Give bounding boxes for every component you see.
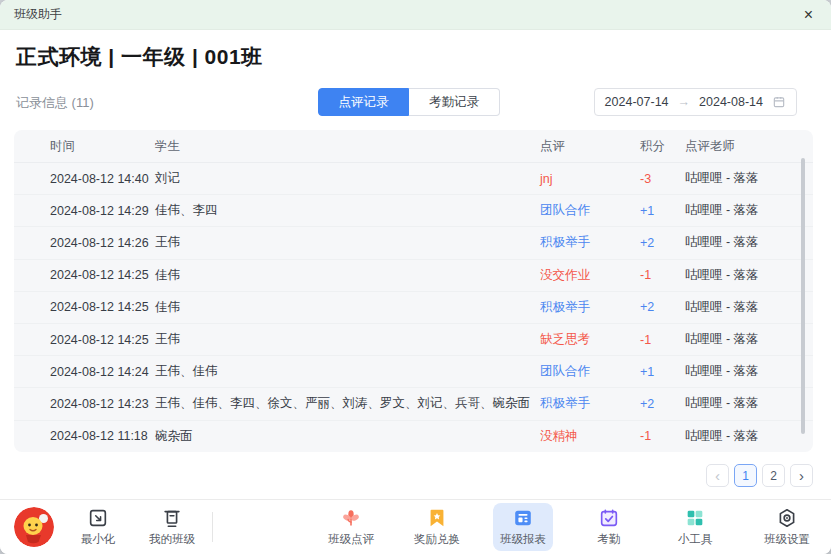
table-header: 时间学生点评积分点评老师	[14, 130, 813, 163]
row-students: 佳伟	[155, 299, 540, 316]
row-comment: 积极举手	[540, 234, 640, 251]
dock-item-label: 小工具	[678, 532, 713, 547]
table-body: 2024-08-12 14:40刘记jnj-3咕哩哩 - 落落2024-08-1…	[14, 163, 813, 452]
titlebar: 班级助手 ×	[0, 0, 831, 30]
bottom-dock: 最小化我的班级 班级点评奖励兑换班级报表考勤小工具 班级设置	[0, 499, 831, 554]
row-teacher: 咕哩哩 - 落落	[685, 267, 813, 284]
row-time: 2024-08-12 14:40	[50, 172, 155, 186]
row-comment: 没交作业	[540, 267, 640, 284]
dock-item-label: 我的班级	[149, 532, 195, 547]
pagination: ‹12›	[18, 464, 813, 487]
row-students: 王伟、佳伟	[155, 363, 540, 380]
dock-item-attendance[interactable]: 考勤	[579, 503, 639, 551]
header: 正式环境 | 一年级 | 001班	[0, 43, 831, 71]
column-header: 学生	[155, 138, 540, 155]
row-students: 王伟、佳伟、李四、徐文、严丽、刘涛、罗文、刘记、兵哥、碗杂面	[155, 395, 540, 412]
reward-bookmark-icon	[426, 506, 448, 530]
dock-item-label: 班级点评	[328, 532, 374, 547]
tab-attendance-records[interactable]: 考勤记录	[409, 88, 500, 116]
my-class-icon	[161, 506, 183, 530]
date-range-arrow: →	[678, 95, 691, 109]
date-end-value[interactable]: 2024-08-14	[699, 95, 763, 109]
column-header: 时间	[50, 138, 155, 155]
row-time: 2024-08-12 14:23	[50, 397, 155, 411]
pagination-page-2[interactable]: 2	[762, 464, 785, 487]
pagination-next-button[interactable]: ›	[790, 464, 813, 487]
row-comment: 团队合作	[540, 363, 640, 380]
row-points: -1	[640, 268, 685, 282]
row-teacher: 咕哩哩 - 落落	[685, 331, 813, 348]
report-icon	[512, 506, 534, 530]
dock-item-label: 最小化	[81, 532, 116, 547]
row-points: +1	[640, 204, 685, 218]
table-row: 2024-08-12 14:29佳伟、李四团队合作+1咕哩哩 - 落落	[14, 195, 813, 227]
row-teacher: 咕哩哩 - 落落	[685, 395, 813, 412]
window-title: 班级助手	[14, 6, 62, 23]
row-students: 碗杂面	[155, 428, 540, 445]
date-start-value[interactable]: 2024-07-14	[605, 95, 669, 109]
pagination-page-1[interactable]: 1	[734, 464, 757, 487]
row-students: 佳伟、李四	[155, 202, 540, 219]
row-teacher: 咕哩哩 - 落落	[685, 363, 813, 380]
pagination-prev-button[interactable]: ‹	[706, 464, 729, 487]
table-row: 2024-08-12 14:23王伟、佳伟、李四、徐文、严丽、刘涛、罗文、刘记、…	[14, 388, 813, 420]
class-assistant-window: 班级助手 × 正式环境 | 一年级 | 001班 记录信息 (11) 点评记录考…	[0, 0, 831, 554]
table-row: 2024-08-12 14:26王伟积极举手+2咕哩哩 - 落落	[14, 227, 813, 259]
dock-item-my-class[interactable]: 我的班级	[142, 503, 202, 551]
row-teacher: 咕哩哩 - 落落	[685, 202, 813, 219]
row-points: +2	[640, 236, 685, 250]
page-title: 正式环境 | 一年级 | 001班	[16, 43, 815, 71]
row-time: 2024-08-12 14:25	[50, 268, 155, 282]
dock-item-minimize[interactable]: 最小化	[68, 503, 128, 551]
column-header: 积分	[640, 138, 685, 155]
row-time: 2024-08-12 14:25	[50, 300, 155, 314]
row-teacher: 咕哩哩 - 落落	[685, 299, 813, 316]
row-teacher: 咕哩哩 - 落落	[685, 234, 813, 251]
row-comment: 团队合作	[540, 202, 640, 219]
row-comment: 没精神	[540, 428, 640, 445]
scrollbar-thumb[interactable]	[801, 158, 805, 434]
minimize-icon	[87, 506, 109, 530]
close-icon[interactable]: ×	[800, 5, 817, 25]
row-points: +2	[640, 397, 685, 411]
dock-item-label: 班级报表	[500, 532, 546, 547]
row-points: -3	[640, 172, 685, 186]
table-row: 2024-08-12 14:25佳伟没交作业-1咕哩哩 - 落落	[14, 260, 813, 292]
dock-item-class-report[interactable]: 班级报表	[493, 503, 553, 551]
row-comment: jnj	[540, 172, 640, 186]
row-students: 佳伟	[155, 267, 540, 284]
date-range-picker[interactable]: 2024-07-14 → 2024-08-14	[594, 88, 797, 116]
mascot-avatar[interactable]	[14, 507, 54, 547]
row-comment: 积极举手	[540, 395, 640, 412]
row-points: +2	[640, 300, 685, 314]
row-teacher: 咕哩哩 - 落落	[685, 170, 813, 187]
row-time: 2024-08-12 14:25	[50, 333, 155, 347]
row-points: -1	[640, 429, 685, 443]
row-time: 2024-08-12 14:29	[50, 204, 155, 218]
dock-item-tools[interactable]: 小工具	[665, 503, 725, 551]
table-row: 2024-08-12 14:25佳伟积极举手+2咕哩哩 - 落落	[14, 292, 813, 324]
table-row: 2024-08-12 14:25王伟缺乏思考-1咕哩哩 - 落落	[14, 324, 813, 356]
dock-left-section: 最小化我的班级	[14, 503, 202, 551]
row-points: +1	[640, 365, 685, 379]
records-table: 时间学生点评积分点评老师 2024-08-12 14:40刘记jnj-3咕哩哩 …	[14, 130, 813, 452]
row-teacher: 咕哩哩 - 落落	[685, 428, 813, 445]
tools-grid-icon	[684, 506, 706, 530]
dock-divider	[212, 512, 213, 542]
row-points: -1	[640, 333, 685, 347]
column-header: 点评	[540, 138, 640, 155]
row-comment: 积极举手	[540, 299, 640, 316]
table-row: 2024-08-12 14:24王伟、佳伟团队合作+1咕哩哩 - 落落	[14, 356, 813, 388]
table-row: 2024-08-12 11:18碗杂面没精神-1咕哩哩 - 落落	[14, 421, 813, 452]
flower-icon	[340, 506, 362, 530]
controls-row: 记录信息 (11) 点评记录考勤记录 2024-07-14 → 2024-08-…	[16, 88, 815, 116]
column-header: 点评老师	[685, 138, 813, 155]
dock-item-reward-exchange[interactable]: 奖励兑换	[407, 503, 467, 551]
row-comment: 缺乏思考	[540, 331, 640, 348]
dock-item-label: 奖励兑换	[414, 532, 460, 547]
row-time: 2024-08-12 14:24	[50, 365, 155, 379]
record-info-label: 记录信息 (11)	[16, 94, 94, 112]
tab-review-records[interactable]: 点评记录	[318, 88, 409, 116]
record-tabs: 点评记录考勤记录	[318, 88, 500, 116]
dock-item-class-review[interactable]: 班级点评	[321, 503, 381, 551]
